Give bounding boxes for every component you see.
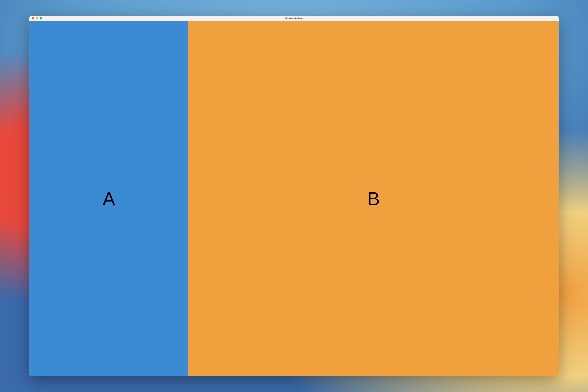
titlebar[interactable]: Flutter Gallery (29, 16, 559, 21)
window-title: Flutter Gallery (29, 17, 559, 20)
traffic-lights (29, 17, 42, 20)
content-area: A B (29, 21, 559, 376)
panel-b-label: B (367, 188, 380, 210)
panel-a-label: A (103, 188, 115, 210)
panel-b: B (188, 21, 559, 376)
maximize-icon[interactable] (40, 17, 42, 20)
close-icon[interactable] (32, 17, 34, 20)
app-window: Flutter Gallery A B (29, 16, 559, 376)
minimize-icon[interactable] (36, 17, 38, 20)
panel-a: A (29, 21, 188, 376)
